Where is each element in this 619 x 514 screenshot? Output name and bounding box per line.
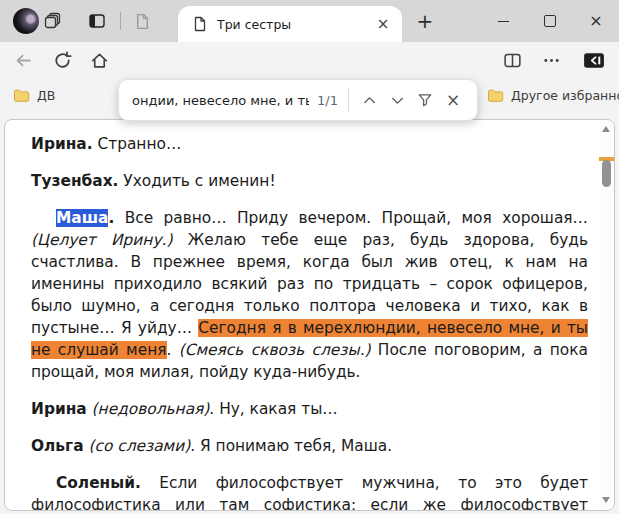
active-tab[interactable]: Три сестры × [178,6,402,42]
maximize-icon [544,15,556,27]
page-content: Ирина. Странно… Тузенбах. Уходить с имен… [4,119,615,511]
bookmark-folder-other-label: Другое избранное [511,88,619,103]
funnel-icon [417,92,433,108]
paragraph-soleny: Соленый. Если философствует мужчина, то … [31,472,588,511]
profile-sphere-icon[interactable] [13,8,39,34]
home-button[interactable] [88,49,110,71]
ghost-page-icon[interactable] [134,13,152,31]
paragraph-irina-2: Ирина (недовольная). Ну, какая ты… [31,398,588,420]
window-minimize-button[interactable] [485,0,521,42]
bookmark-folder-left-label: ДВ [37,88,55,103]
paragraph-masha: Маша. Все равно… Приду вечером. Прощай, … [31,207,588,383]
paragraph-irina-1: Ирина. Странно… [31,133,588,155]
folder-icon [487,88,504,103]
chevron-up-icon [362,93,377,108]
window-maximize-button[interactable] [532,0,568,42]
window-close-icon: × [589,13,602,29]
find-query-input[interactable]: ондии, невесело мне, и ты не слушай меня [132,93,309,108]
split-screen-button[interactable] [501,49,523,71]
navigation-toolbar: Файл C:/Users/cslam/Webst… ☆ [0,42,619,78]
folder-icon [13,88,30,103]
paragraph-tuzenbakh: Тузенбах. Уходить с именин! [31,170,588,192]
bookmark-folder-left[interactable]: ДВ [13,85,55,105]
window-close-button[interactable]: × [578,0,614,42]
refresh-button[interactable] [51,49,73,71]
find-filter-button[interactable] [411,86,439,114]
find-previous-button[interactable] [355,86,383,114]
tab-close-icon[interactable]: × [374,15,392,33]
tab-groups-icon[interactable] [44,12,62,30]
find-divider [348,88,349,112]
vertical-tabs-icon[interactable] [88,12,106,30]
bookmark-folder-other[interactable]: Другое избранное [487,85,619,105]
tabstrip-divider [120,12,121,30]
sidebar-toggle-icon[interactable] [581,49,607,71]
tab-title: Три сестры [217,17,374,32]
scrollbar[interactable] [599,120,614,510]
find-in-page-bar: ондии, невесело мне, и ты не слушай меня… [118,79,478,121]
minimize-icon [498,21,509,22]
settings-more-button[interactable] [540,49,562,71]
tab-strip: Три сестры × + × [0,0,619,42]
find-close-button[interactable]: × [439,86,467,114]
chevron-down-icon [390,93,405,108]
back-button[interactable] [12,49,34,71]
document-text: Ирина. Странно… Тузенбах. Уходить с имен… [31,133,588,511]
scroll-up-arrow[interactable] [602,126,610,132]
find-next-button[interactable] [383,86,411,114]
new-tab-button[interactable]: + [410,9,440,33]
find-match-count: 1/1 [317,93,338,108]
browser-window: Три сестры × + × [0,0,619,514]
scroll-down-arrow[interactable] [602,497,610,503]
paragraph-olga: Ольга (со слезами). Я понимаю тебя, Маша… [31,435,588,457]
tab-favicon-page-icon [192,16,208,32]
scrollbar-thumb[interactable] [602,160,611,187]
